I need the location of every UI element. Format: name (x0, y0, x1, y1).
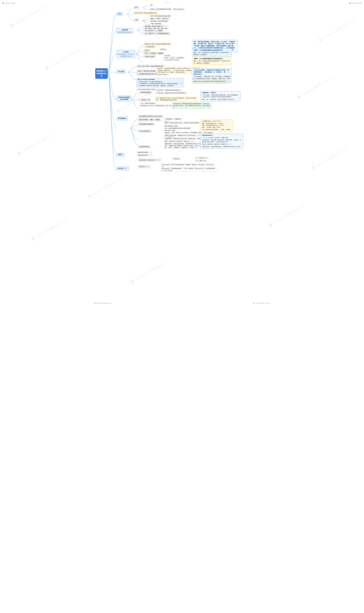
hx-acid-note: HX酸酸性性质：HI>HBr>HCl>HF 因此，其给好的性对应为：F<Cl<B… (200, 119, 233, 131)
watermark-8: 🌳 TreeMind 树图 shutu.cn (317, 18, 355, 43)
l3-beiqu: 被取代—连接带一对孤对电子 (149, 17, 170, 20)
factors-note-right: 烃基碳结构 — 主要特性： 1.对SN2来说，主要是烃基的空间阻碍效应，越大空间… (200, 91, 240, 101)
l2-reagent-polarity[interactable]: 试剂的极性影响 (138, 145, 150, 148)
l3-yingyong: 应用—受到亲核试剂进攻的对象 (149, 15, 171, 17)
l2-biaoShi[interactable]: 表示 (134, 6, 139, 9)
l3-sn: SN (149, 4, 154, 6)
l1-sn2[interactable]: sn2反应(发生的比较多，SN1只是在个别特殊情况下发生) (117, 50, 135, 58)
l3-nu-label: 亲核 Nu（表示带有孤对电子进攻）：取代 substitution (150, 8, 184, 10)
l2-benZhi[interactable]: 本质 (134, 18, 139, 22)
logo-tr-text: TreeMind 树图 (352, 2, 362, 4)
l2-two-initiation[interactable]: 两代引发（？） (138, 165, 150, 168)
l3-nucleophile-order: 碱性大小可极化性大小越好次序，亲核性大小（？） (164, 140, 195, 143)
l2-ring-sn2[interactable]: 成环的SN2反应 (143, 55, 156, 58)
l2-sn2-note1: 有两种分子参与了决速步的亲核取代反应 (143, 43, 171, 45)
l2-definition-note: 有时分子参与了决速步的亲核取代反应 (134, 12, 158, 14)
tree-icon-br (253, 302, 255, 304)
l2-grade-note: 对于一级卤代烃代之可能，可以SN2SN1机理运行，也可以以SN1机理进行，或者两… (155, 97, 198, 101)
page-background: 🌳 TreeMind 树图 shutu.cn 🌳 TreeMind 树图 shu… (0, 0, 364, 306)
sn1-therefore: 因此SN1与SN2分别在两个活性中间体碳正离 正来了。 (192, 80, 229, 83)
l1-factors[interactable]: 影响卤代烃亲核取代反应的因素 (117, 96, 131, 101)
watermark-1: 🌳 TreeMind 树图 shutu.cn (9, 4, 47, 29)
l3-ring-sn2-3: 2 分子内反应>分子外反应 (164, 59, 181, 61)
logo-br-text: TreeMind 树图 shutu.cn (255, 302, 270, 304)
l3-bond-energy-1: C-M键能越弱、C-F键最强制 (164, 118, 182, 120)
logo-bottom-right: TreeMind 树图 shutu.cn (253, 302, 270, 304)
l3-lone-pair-o: 有一个孤对电子（O） (195, 157, 209, 159)
logo-top-right: TreeMind 树图 (349, 2, 362, 4)
l2-struct-detail1: 1.对SN2来说，主要是烃基的空间阻碍效应： (155, 89, 182, 91)
l3-sn-label: SN (150, 4, 152, 6)
l2-nucleophile-limit[interactable]: 亲去基团能力极限划分 (138, 123, 155, 126)
l2-solvent-good-leaving: 做的很好去基团！！！ (136, 151, 153, 154)
watermark-6: 🌳 TreeMind 树图 shutu.cn (30, 218, 68, 242)
logo-top-left: TreeMind 树图 (2, 2, 15, 4)
sn1-positive-ion-note: 主要有：SN1水溶液时被破块们和成或碳正离了。 重点——如：三级卤代烃原则形成碳… (192, 57, 232, 65)
l2-bond-energy[interactable]: 新取代的键能 — 键能小、键能强 (138, 118, 161, 121)
l2-biaoShi-label: 表示 (135, 7, 138, 8)
tree-icon-bl (94, 302, 96, 304)
sn2-right-note: 主要有：SN1水溶液时被破块们和成或碳正离了。 重点——如：三级卤代烃，碳正离子… (192, 48, 232, 56)
l2-solvent-good-nucleophile: 做的你亲核试剂！！！ (136, 154, 153, 157)
l2-benZhi-label: 本质 (135, 19, 138, 21)
l1-definition[interactable]: 定义 (117, 12, 123, 16)
l3-expression-note: 机能 要点 (159, 48, 167, 51)
logo-bottom-left: TreeMind 树图 shutu.cn (94, 302, 111, 304)
logo-bl-text: TreeMind 树图 shutu.cn (96, 302, 111, 304)
root-node[interactable]: 饱和碳原子上的亲核取代反应 (95, 68, 108, 79)
l3-nucleophile-limit-1: 碱性强：形状的的卤素介绍结论、经常通过入基础结构抓离开（？） (164, 122, 204, 124)
l2-sn1-detail2: 以离子→按部式进行 两步骤 (136, 70, 156, 73)
l1-definition-label: 定义 (118, 13, 121, 15)
nucleophile-notes-right: 亲核试剂说明补充： 一方一方，从左往右：减少减少；可极性 增加。 在质量溶液中，… (200, 134, 243, 148)
l2-structure-effect[interactable]: 烃基碳结构影响 (139, 91, 152, 94)
l1-solvent[interactable]: 溶剂了 (117, 153, 124, 157)
l1-nucleophile[interactable]: 青去基团能力 (117, 117, 128, 120)
sn1-highlight-title: 重点 SN1代化学上的反应特性 (138, 79, 182, 81)
l3-lone-pair-n: 有一个孤对点 (N) (195, 159, 207, 162)
l2-sn1-highlights: 重点 SN1代化学上的反应特性 1 产物发生消旋化（中心碳原子越多越优先） 2 … (136, 78, 184, 87)
l2-struct-detail2: 2.对SN1来说，烃基的电子效应和空间效应都有影响： (155, 92, 188, 94)
l2-grade-levels[interactable]: 二级卤代 一级 (139, 98, 151, 101)
page-title-area: Tree (164, 1, 170, 4)
l2-sn2-note2: 一步完成的反应 (143, 45, 156, 48)
watermark-2: 🌳 TreeMind 树图 shutu.cn (44, 47, 82, 71)
l1-reaction-mechanism[interactable]: 反应机理(卤代烃的亲核取代反应) (117, 28, 133, 34)
watermark-9: 🌳 TreeMind 树图 shutu.cn (296, 75, 334, 100)
watermark-4: 🌳 TreeMind 树图 shutu.cn (16, 132, 54, 157)
page-title: Tree (164, 1, 170, 4)
l2-hcl-equiv[interactable]: 氯化氢当量（要记住住住！！！） (138, 158, 162, 162)
l2-sn1-desc: SN1 1代表分子：V→k[底物] (143, 29, 164, 32)
l2-sn2-influence[interactable]: 对SN2的影响较大 (138, 130, 152, 133)
l2-nucleophile-ability[interactable]: 青去基团能力 影响对SN1和SN2反应 (138, 115, 163, 118)
l3-nu-desc: 亲核 Nu（表示带有孤对电子进攻）：取代 substitution (149, 8, 185, 11)
l2-characteristics[interactable]: 特点——背面进攻、构型翻转 (143, 52, 165, 55)
l2-benzyl-note: 发生完全反应；苯甲基卤代烃的结合体特别好的话，可以SN1与SN2进行SN2反应；… (172, 102, 212, 109)
l3-liquan: 离去基团—反应离开的基团 (149, 20, 169, 23)
watermark-10: 🌳 TreeMind 树图 shutu.cn (310, 146, 348, 171)
l3-hcl-note: 双亲反应性 (172, 157, 181, 160)
logo-tl-text: TreeMind 树图 (5, 2, 15, 4)
l2-expression[interactable]: 表达式 (143, 49, 150, 52)
l1-sn1[interactable]: SN1反应 (117, 70, 126, 74)
l1-two-reactions[interactable]: 两代反应（？） (117, 167, 129, 170)
l2-sn2-desc: SN2 2代表分子：V→k[底物][亲核试剂] (143, 32, 170, 35)
l3-sn1-initiation: 发生SN1反应，主要用是碳基碳基 — 二代化，测试其实，应回Ag+反下来，三代化… (161, 167, 218, 172)
watermark-11: 🌳 TreeMind 树图 shutu.cn (268, 203, 306, 228)
root-label: 饱和碳原子上的亲核取代反应 (96, 70, 107, 77)
